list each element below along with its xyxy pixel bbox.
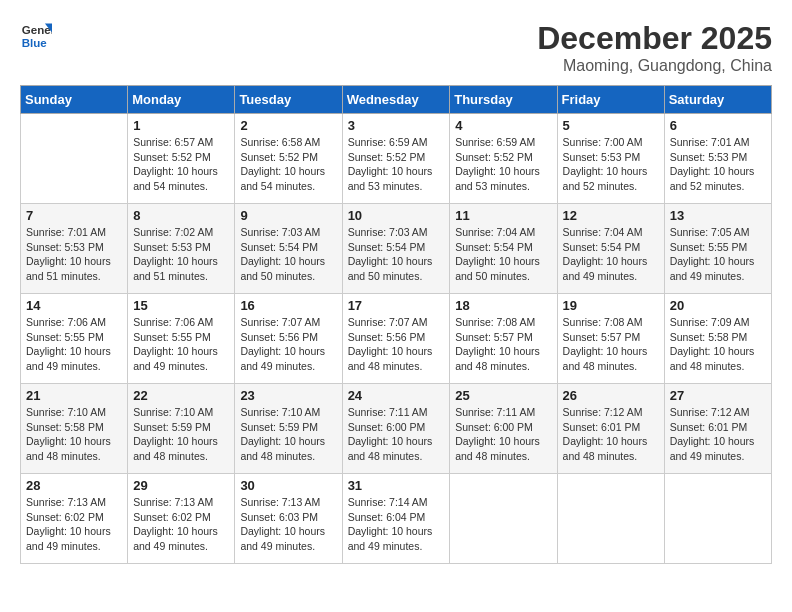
- logo-icon: General Blue: [20, 20, 52, 52]
- header-cell-saturday: Saturday: [664, 86, 771, 114]
- month-year: December 2025: [537, 20, 772, 57]
- calendar-cell: 5Sunrise: 7:00 AM Sunset: 5:53 PM Daylig…: [557, 114, 664, 204]
- calendar-cell: 14Sunrise: 7:06 AM Sunset: 5:55 PM Dayli…: [21, 294, 128, 384]
- day-info: Sunrise: 7:08 AM Sunset: 5:57 PM Dayligh…: [455, 315, 551, 374]
- day-number: 3: [348, 118, 445, 133]
- calendar-cell: 4Sunrise: 6:59 AM Sunset: 5:52 PM Daylig…: [450, 114, 557, 204]
- day-number: 10: [348, 208, 445, 223]
- header-cell-wednesday: Wednesday: [342, 86, 450, 114]
- calendar-table: SundayMondayTuesdayWednesdayThursdayFrid…: [20, 85, 772, 564]
- calendar-cell: 30Sunrise: 7:13 AM Sunset: 6:03 PM Dayli…: [235, 474, 342, 564]
- calendar-cell: 11Sunrise: 7:04 AM Sunset: 5:54 PM Dayli…: [450, 204, 557, 294]
- day-info: Sunrise: 7:00 AM Sunset: 5:53 PM Dayligh…: [563, 135, 659, 194]
- day-info: Sunrise: 7:01 AM Sunset: 5:53 PM Dayligh…: [26, 225, 122, 284]
- svg-text:Blue: Blue: [22, 37, 48, 49]
- day-info: Sunrise: 6:59 AM Sunset: 5:52 PM Dayligh…: [348, 135, 445, 194]
- day-number: 18: [455, 298, 551, 313]
- day-info: Sunrise: 7:12 AM Sunset: 6:01 PM Dayligh…: [563, 405, 659, 464]
- day-info: Sunrise: 7:13 AM Sunset: 6:02 PM Dayligh…: [26, 495, 122, 554]
- calendar-cell: 27Sunrise: 7:12 AM Sunset: 6:01 PM Dayli…: [664, 384, 771, 474]
- day-number: 2: [240, 118, 336, 133]
- calendar-cell: 3Sunrise: 6:59 AM Sunset: 5:52 PM Daylig…: [342, 114, 450, 204]
- title-block: December 2025 Maoming, Guangdong, China: [537, 20, 772, 75]
- day-number: 14: [26, 298, 122, 313]
- day-info: Sunrise: 7:03 AM Sunset: 5:54 PM Dayligh…: [348, 225, 445, 284]
- header-cell-sunday: Sunday: [21, 86, 128, 114]
- day-number: 27: [670, 388, 766, 403]
- day-info: Sunrise: 7:05 AM Sunset: 5:55 PM Dayligh…: [670, 225, 766, 284]
- day-number: 26: [563, 388, 659, 403]
- day-info: Sunrise: 6:58 AM Sunset: 5:52 PM Dayligh…: [240, 135, 336, 194]
- page-header: General Blue December 2025 Maoming, Guan…: [20, 20, 772, 75]
- calendar-cell: [21, 114, 128, 204]
- day-number: 4: [455, 118, 551, 133]
- calendar-cell: 19Sunrise: 7:08 AM Sunset: 5:57 PM Dayli…: [557, 294, 664, 384]
- calendar-cell: [450, 474, 557, 564]
- day-number: 8: [133, 208, 229, 223]
- header-cell-thursday: Thursday: [450, 86, 557, 114]
- calendar-cell: 6Sunrise: 7:01 AM Sunset: 5:53 PM Daylig…: [664, 114, 771, 204]
- day-number: 1: [133, 118, 229, 133]
- calendar-cell: 26Sunrise: 7:12 AM Sunset: 6:01 PM Dayli…: [557, 384, 664, 474]
- day-info: Sunrise: 7:14 AM Sunset: 6:04 PM Dayligh…: [348, 495, 445, 554]
- day-info: Sunrise: 7:12 AM Sunset: 6:01 PM Dayligh…: [670, 405, 766, 464]
- day-info: Sunrise: 7:04 AM Sunset: 5:54 PM Dayligh…: [455, 225, 551, 284]
- header-cell-monday: Monday: [128, 86, 235, 114]
- day-number: 11: [455, 208, 551, 223]
- calendar-cell: 20Sunrise: 7:09 AM Sunset: 5:58 PM Dayli…: [664, 294, 771, 384]
- calendar-cell: 7Sunrise: 7:01 AM Sunset: 5:53 PM Daylig…: [21, 204, 128, 294]
- week-row-1: 1Sunrise: 6:57 AM Sunset: 5:52 PM Daylig…: [21, 114, 772, 204]
- calendar-cell: 31Sunrise: 7:14 AM Sunset: 6:04 PM Dayli…: [342, 474, 450, 564]
- day-info: Sunrise: 7:01 AM Sunset: 5:53 PM Dayligh…: [670, 135, 766, 194]
- day-number: 12: [563, 208, 659, 223]
- calendar-cell: 10Sunrise: 7:03 AM Sunset: 5:54 PM Dayli…: [342, 204, 450, 294]
- day-number: 7: [26, 208, 122, 223]
- day-number: 30: [240, 478, 336, 493]
- day-number: 31: [348, 478, 445, 493]
- header-row: SundayMondayTuesdayWednesdayThursdayFrid…: [21, 86, 772, 114]
- day-info: Sunrise: 7:06 AM Sunset: 5:55 PM Dayligh…: [133, 315, 229, 374]
- day-number: 24: [348, 388, 445, 403]
- calendar-cell: 21Sunrise: 7:10 AM Sunset: 5:58 PM Dayli…: [21, 384, 128, 474]
- day-info: Sunrise: 7:13 AM Sunset: 6:02 PM Dayligh…: [133, 495, 229, 554]
- day-number: 23: [240, 388, 336, 403]
- calendar-cell: [557, 474, 664, 564]
- week-row-4: 21Sunrise: 7:10 AM Sunset: 5:58 PM Dayli…: [21, 384, 772, 474]
- day-info: Sunrise: 7:04 AM Sunset: 5:54 PM Dayligh…: [563, 225, 659, 284]
- day-number: 29: [133, 478, 229, 493]
- calendar-cell: 9Sunrise: 7:03 AM Sunset: 5:54 PM Daylig…: [235, 204, 342, 294]
- location: Maoming, Guangdong, China: [537, 57, 772, 75]
- day-info: Sunrise: 7:08 AM Sunset: 5:57 PM Dayligh…: [563, 315, 659, 374]
- week-row-5: 28Sunrise: 7:13 AM Sunset: 6:02 PM Dayli…: [21, 474, 772, 564]
- calendar-cell: 8Sunrise: 7:02 AM Sunset: 5:53 PM Daylig…: [128, 204, 235, 294]
- calendar-cell: 2Sunrise: 6:58 AM Sunset: 5:52 PM Daylig…: [235, 114, 342, 204]
- day-info: Sunrise: 7:13 AM Sunset: 6:03 PM Dayligh…: [240, 495, 336, 554]
- header-cell-friday: Friday: [557, 86, 664, 114]
- calendar-cell: 18Sunrise: 7:08 AM Sunset: 5:57 PM Dayli…: [450, 294, 557, 384]
- calendar-cell: 12Sunrise: 7:04 AM Sunset: 5:54 PM Dayli…: [557, 204, 664, 294]
- calendar-cell: 1Sunrise: 6:57 AM Sunset: 5:52 PM Daylig…: [128, 114, 235, 204]
- calendar-cell: 23Sunrise: 7:10 AM Sunset: 5:59 PM Dayli…: [235, 384, 342, 474]
- day-number: 21: [26, 388, 122, 403]
- day-info: Sunrise: 7:09 AM Sunset: 5:58 PM Dayligh…: [670, 315, 766, 374]
- day-number: 16: [240, 298, 336, 313]
- day-info: Sunrise: 7:06 AM Sunset: 5:55 PM Dayligh…: [26, 315, 122, 374]
- day-number: 17: [348, 298, 445, 313]
- day-number: 28: [26, 478, 122, 493]
- day-info: Sunrise: 6:59 AM Sunset: 5:52 PM Dayligh…: [455, 135, 551, 194]
- day-info: Sunrise: 7:07 AM Sunset: 5:56 PM Dayligh…: [240, 315, 336, 374]
- day-info: Sunrise: 6:57 AM Sunset: 5:52 PM Dayligh…: [133, 135, 229, 194]
- calendar-cell: 13Sunrise: 7:05 AM Sunset: 5:55 PM Dayli…: [664, 204, 771, 294]
- day-number: 19: [563, 298, 659, 313]
- week-row-3: 14Sunrise: 7:06 AM Sunset: 5:55 PM Dayli…: [21, 294, 772, 384]
- week-row-2: 7Sunrise: 7:01 AM Sunset: 5:53 PM Daylig…: [21, 204, 772, 294]
- calendar-cell: 25Sunrise: 7:11 AM Sunset: 6:00 PM Dayli…: [450, 384, 557, 474]
- day-info: Sunrise: 7:10 AM Sunset: 5:59 PM Dayligh…: [133, 405, 229, 464]
- day-info: Sunrise: 7:11 AM Sunset: 6:00 PM Dayligh…: [455, 405, 551, 464]
- calendar-cell: 24Sunrise: 7:11 AM Sunset: 6:00 PM Dayli…: [342, 384, 450, 474]
- day-number: 13: [670, 208, 766, 223]
- day-number: 15: [133, 298, 229, 313]
- day-number: 25: [455, 388, 551, 403]
- calendar-cell: 22Sunrise: 7:10 AM Sunset: 5:59 PM Dayli…: [128, 384, 235, 474]
- calendar-cell: 29Sunrise: 7:13 AM Sunset: 6:02 PM Dayli…: [128, 474, 235, 564]
